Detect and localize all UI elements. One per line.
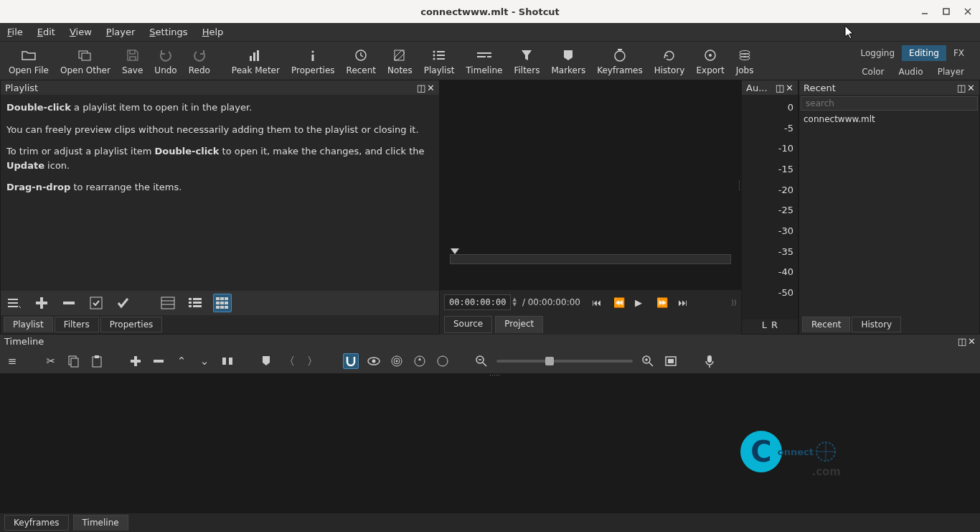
- scrub-audio-icon[interactable]: [366, 353, 382, 369]
- history-icon: [662, 47, 677, 64]
- prev-marker-icon[interactable]: 〈: [281, 353, 297, 369]
- skip-start-icon[interactable]: ⏮: [592, 297, 605, 308]
- save-button[interactable]: Save: [116, 42, 149, 80]
- timeline-menu-icon[interactable]: ≡: [4, 353, 20, 369]
- svg-rect-5: [82, 53, 90, 60]
- filters-button[interactable]: Filters: [508, 42, 545, 80]
- menu-file[interactable]: File: [4, 25, 26, 39]
- recent-item[interactable]: connectwww.mlt: [799, 112, 979, 126]
- history-button[interactable]: History: [649, 42, 691, 80]
- record-audio-icon[interactable]: [702, 353, 717, 369]
- close-panel-icon[interactable]: ✕: [427, 83, 435, 93]
- tab-source[interactable]: Source: [444, 316, 492, 333]
- ripple-markers-icon[interactable]: [435, 353, 451, 369]
- tab-playlist-panel[interactable]: Playlist: [4, 317, 53, 332]
- split-icon[interactable]: [220, 353, 235, 369]
- tab-recent[interactable]: Recent: [802, 317, 850, 332]
- export-button[interactable]: Export: [690, 42, 730, 80]
- append-icon[interactable]: [128, 353, 143, 369]
- minimize-button[interactable]: [915, 2, 934, 21]
- menu-settings[interactable]: Settings: [146, 25, 190, 39]
- tab-history[interactable]: History: [852, 317, 901, 332]
- tab-color[interactable]: Color: [854, 64, 891, 80]
- undock-icon[interactable]: ◫: [957, 83, 966, 93]
- time-down-icon[interactable]: ▼: [512, 302, 516, 307]
- copy-icon[interactable]: [66, 353, 82, 369]
- next-marker-icon[interactable]: 〉: [304, 353, 320, 369]
- svg-line-77: [649, 363, 653, 366]
- tab-audio[interactable]: Audio: [892, 64, 930, 80]
- snap-icon[interactable]: [343, 353, 359, 369]
- ripple-all-icon[interactable]: [412, 353, 428, 369]
- skip-end-icon[interactable]: ⏭: [678, 297, 691, 308]
- tab-editing[interactable]: Editing: [902, 45, 946, 61]
- markers-button[interactable]: Markers: [545, 42, 591, 80]
- tab-filters-panel[interactable]: Filters: [55, 317, 99, 332]
- tab-timeline-bottom[interactable]: Timeline: [73, 515, 128, 531]
- menu-help[interactable]: Help: [199, 25, 227, 39]
- zoom-fit-icon[interactable]: [663, 353, 679, 369]
- tab-project[interactable]: Project: [495, 316, 543, 333]
- playlist-toolbar: [1, 291, 439, 315]
- undo-button[interactable]: Undo: [149, 42, 182, 80]
- jobs-button[interactable]: Jobs: [730, 42, 760, 80]
- svg-rect-50: [220, 302, 224, 304]
- svg-rect-20: [477, 56, 486, 57]
- play-icon[interactable]: ▶: [635, 297, 648, 308]
- undock-icon[interactable]: ◫: [958, 336, 966, 347]
- check-icon[interactable]: [114, 294, 133, 312]
- tab-logging[interactable]: Logging: [853, 45, 902, 61]
- recent-button[interactable]: Recent: [341, 42, 382, 80]
- open-other-button[interactable]: Open Other: [55, 42, 116, 80]
- video-preview[interactable]: [440, 80, 741, 290]
- zoom-out-icon[interactable]: [473, 353, 489, 369]
- zoom-in-icon[interactable]: [640, 353, 656, 369]
- tab-keyframes-bottom[interactable]: Keyframes: [4, 515, 69, 531]
- svg-rect-1: [943, 9, 949, 14]
- close-button[interactable]: [958, 2, 977, 21]
- timecode-current[interactable]: 00:00:00:00: [444, 294, 511, 310]
- remove-icon[interactable]: [60, 294, 78, 312]
- paste-icon[interactable]: [89, 353, 105, 369]
- menu-edit[interactable]: Edit: [34, 25, 58, 39]
- notes-button[interactable]: Notes: [382, 42, 418, 80]
- timeline-button[interactable]: Timeline: [460, 42, 508, 80]
- svg-rect-48: [225, 297, 228, 300]
- timeline-canvas[interactable]: C onnect .com: [0, 373, 980, 513]
- marker-add-icon[interactable]: [258, 353, 274, 369]
- overwrite-icon[interactable]: ⌄: [197, 353, 212, 369]
- menu-icon[interactable]: [5, 294, 24, 312]
- add-icon[interactable]: [32, 294, 51, 312]
- menu-view[interactable]: View: [67, 25, 95, 39]
- view-grid-icon[interactable]: [213, 294, 232, 312]
- close-panel-icon[interactable]: ✕: [968, 336, 976, 347]
- undock-icon[interactable]: ◫: [417, 83, 425, 93]
- open-file-button[interactable]: Open File: [3, 42, 55, 80]
- tab-fx[interactable]: FX: [946, 45, 971, 61]
- update-icon[interactable]: [87, 294, 105, 312]
- zoom-slider[interactable]: [496, 360, 633, 363]
- maximize-button[interactable]: [937, 2, 956, 21]
- undock-icon[interactable]: ◫: [776, 83, 784, 93]
- peak-meter-button[interactable]: Peak Meter: [226, 42, 286, 80]
- scrub-bar[interactable]: [450, 254, 731, 264]
- properties-button[interactable]: Properties: [286, 42, 341, 80]
- tab-properties-panel[interactable]: Properties: [100, 317, 163, 332]
- lift-icon[interactable]: ⌃: [174, 353, 189, 369]
- cut-icon[interactable]: ✂: [43, 353, 59, 369]
- tab-player[interactable]: Player: [930, 64, 971, 80]
- view-details-icon[interactable]: [159, 294, 177, 312]
- redo-button[interactable]: Redo: [183, 42, 216, 80]
- menu-player[interactable]: Player: [103, 25, 138, 39]
- recent-search-input[interactable]: [801, 96, 978, 111]
- more-icon[interactable]: ⟩⟩: [731, 299, 737, 307]
- close-panel-icon[interactable]: ✕: [967, 83, 975, 93]
- close-panel-icon[interactable]: ✕: [786, 83, 793, 93]
- view-list-icon[interactable]: [186, 294, 204, 312]
- rewind-icon[interactable]: ⏪: [613, 297, 626, 308]
- ripple-icon[interactable]: [389, 353, 405, 369]
- keyframes-button[interactable]: Keyframes: [591, 42, 649, 80]
- ripple-delete-icon[interactable]: [151, 353, 166, 369]
- fast-forward-icon[interactable]: ⏩: [656, 297, 669, 308]
- playlist-button[interactable]: Playlist: [418, 42, 461, 80]
